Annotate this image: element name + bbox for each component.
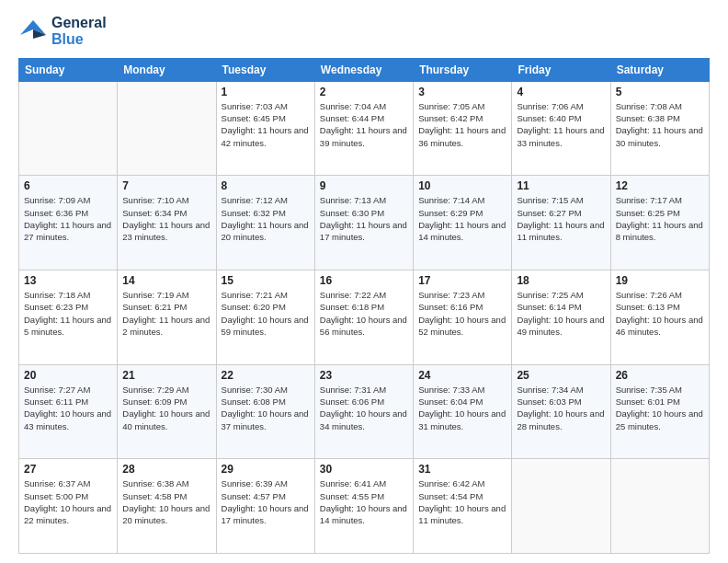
day-info: Sunrise: 7:12 AM Sunset: 6:32 PM Dayligh… [222,194,310,243]
calendar-cell: 31Sunrise: 6:42 AM Sunset: 4:54 PM Dayli… [414,459,512,554]
calendar-cell [118,81,216,176]
day-info: Sunrise: 7:22 AM Sunset: 6:18 PM Dayligh… [320,289,408,338]
day-number: 25 [517,369,605,382]
calendar-cell: 18Sunrise: 7:25 AM Sunset: 6:14 PM Dayli… [512,270,610,365]
calendar-week-row: 20Sunrise: 7:27 AM Sunset: 6:11 PM Dayli… [19,364,710,459]
calendar-cell: 16Sunrise: 7:22 AM Sunset: 6:18 PM Dayli… [314,270,413,365]
day-number: 20 [24,369,112,382]
day-info: Sunrise: 7:15 AM Sunset: 6:27 PM Dayligh… [517,194,605,243]
day-number: 29 [222,463,310,476]
day-number: 27 [24,463,112,476]
calendar-cell: 5Sunrise: 7:08 AM Sunset: 6:38 PM Daylig… [610,81,709,176]
calendar-header-friday: Friday [512,58,610,81]
day-info: Sunrise: 7:23 AM Sunset: 6:16 PM Dayligh… [418,289,506,338]
day-info: Sunrise: 6:38 AM Sunset: 4:58 PM Dayligh… [122,477,210,526]
calendar-cell: 28Sunrise: 6:38 AM Sunset: 4:58 PM Dayli… [118,459,216,554]
calendar-cell: 3Sunrise: 7:05 AM Sunset: 6:42 PM Daylig… [414,81,512,176]
day-info: Sunrise: 7:14 AM Sunset: 6:29 PM Dayligh… [418,194,506,243]
day-number: 26 [616,369,704,382]
day-info: Sunrise: 6:37 AM Sunset: 5:00 PM Dayligh… [24,477,112,526]
calendar-week-row: 13Sunrise: 7:18 AM Sunset: 6:23 PM Dayli… [19,270,710,365]
day-number: 12 [616,179,704,192]
day-number: 4 [517,86,605,98]
calendar-week-row: 27Sunrise: 6:37 AM Sunset: 5:00 PM Dayli… [19,459,710,554]
day-number: 16 [320,274,408,287]
calendar-cell: 25Sunrise: 7:34 AM Sunset: 6:03 PM Dayli… [512,364,610,459]
day-info: Sunrise: 7:06 AM Sunset: 6:40 PM Dayligh… [517,100,605,149]
calendar-header-saturday: Saturday [610,58,709,81]
day-info: Sunrise: 7:31 AM Sunset: 6:06 PM Dayligh… [320,384,408,432]
calendar-table: SundayMondayTuesdayWednesdayThursdayFrid… [18,58,710,554]
calendar-cell: 17Sunrise: 7:23 AM Sunset: 6:16 PM Dayli… [414,270,512,365]
day-info: Sunrise: 6:42 AM Sunset: 4:54 PM Dayligh… [418,477,506,526]
calendar-cell: 1Sunrise: 7:03 AM Sunset: 6:45 PM Daylig… [216,81,314,176]
day-info: Sunrise: 7:03 AM Sunset: 6:45 PM Dayligh… [222,100,310,149]
day-info: Sunrise: 7:26 AM Sunset: 6:13 PM Dayligh… [616,289,704,338]
day-number: 1 [222,86,310,98]
calendar-cell: 24Sunrise: 7:33 AM Sunset: 6:04 PM Dayli… [414,364,512,459]
day-info: Sunrise: 7:05 AM Sunset: 6:42 PM Dayligh… [418,100,506,149]
calendar-cell: 2Sunrise: 7:04 AM Sunset: 6:44 PM Daylig… [314,81,413,176]
calendar-cell [610,459,709,554]
calendar-cell: 11Sunrise: 7:15 AM Sunset: 6:27 PM Dayli… [512,176,610,270]
calendar-cell: 20Sunrise: 7:27 AM Sunset: 6:11 PM Dayli… [19,364,118,459]
calendar-cell [19,81,118,176]
calendar-header-row: SundayMondayTuesdayWednesdayThursdayFrid… [19,58,710,81]
calendar-cell: 22Sunrise: 7:30 AM Sunset: 6:08 PM Dayli… [216,364,314,459]
calendar-cell: 23Sunrise: 7:31 AM Sunset: 6:06 PM Dayli… [314,364,413,459]
day-number: 6 [24,179,112,192]
day-number: 15 [222,274,310,287]
calendar-cell: 8Sunrise: 7:12 AM Sunset: 6:32 PM Daylig… [216,176,314,270]
day-info: Sunrise: 7:35 AM Sunset: 6:01 PM Dayligh… [616,384,704,432]
day-info: Sunrise: 6:41 AM Sunset: 4:55 PM Dayligh… [320,477,408,526]
calendar-cell: 27Sunrise: 6:37 AM Sunset: 5:00 PM Dayli… [19,459,118,554]
day-info: Sunrise: 7:18 AM Sunset: 6:23 PM Dayligh… [24,289,112,338]
day-number: 30 [320,463,408,476]
calendar-cell: 30Sunrise: 6:41 AM Sunset: 4:55 PM Dayli… [314,459,413,554]
calendar-cell: 26Sunrise: 7:35 AM Sunset: 6:01 PM Dayli… [610,364,709,459]
day-number: 23 [320,369,408,382]
day-number: 13 [24,274,112,287]
calendar-cell: 13Sunrise: 7:18 AM Sunset: 6:23 PM Dayli… [19,270,118,365]
calendar-cell [512,459,610,554]
day-number: 22 [222,369,310,382]
calendar-cell: 21Sunrise: 7:29 AM Sunset: 6:09 PM Dayli… [118,364,216,459]
day-number: 31 [418,463,506,476]
calendar-cell: 29Sunrise: 6:39 AM Sunset: 4:57 PM Dayli… [216,459,314,554]
day-number: 10 [418,179,506,192]
day-info: Sunrise: 7:27 AM Sunset: 6:11 PM Dayligh… [24,384,112,432]
day-info: Sunrise: 7:09 AM Sunset: 6:36 PM Dayligh… [24,194,112,243]
day-number: 18 [517,274,605,287]
logo-text: General Blue [51,15,107,49]
day-number: 9 [320,179,408,192]
calendar-cell: 15Sunrise: 7:21 AM Sunset: 6:20 PM Dayli… [216,270,314,365]
day-number: 21 [122,369,210,382]
day-number: 11 [517,179,605,192]
calendar-cell: 10Sunrise: 7:14 AM Sunset: 6:29 PM Dayli… [414,176,512,270]
day-info: Sunrise: 7:04 AM Sunset: 6:44 PM Dayligh… [320,100,408,149]
logo-icon [18,17,48,46]
day-info: Sunrise: 7:13 AM Sunset: 6:30 PM Dayligh… [320,194,408,243]
day-number: 7 [122,179,210,192]
calendar-cell: 4Sunrise: 7:06 AM Sunset: 6:40 PM Daylig… [512,81,610,176]
calendar-cell: 6Sunrise: 7:09 AM Sunset: 6:36 PM Daylig… [19,176,118,270]
day-info: Sunrise: 7:19 AM Sunset: 6:21 PM Dayligh… [122,289,210,338]
calendar-header-thursday: Thursday [414,58,512,81]
day-info: Sunrise: 7:10 AM Sunset: 6:34 PM Dayligh… [122,194,210,243]
logo: General Blue [18,15,107,49]
page: General Blue SundayMondayTuesdayWednesda… [0,0,728,563]
day-number: 28 [122,463,210,476]
day-number: 3 [418,86,506,98]
calendar-cell: 19Sunrise: 7:26 AM Sunset: 6:13 PM Dayli… [610,270,709,365]
calendar-header-tuesday: Tuesday [216,58,314,81]
calendar-header-sunday: Sunday [19,58,118,81]
day-info: Sunrise: 7:29 AM Sunset: 6:09 PM Dayligh… [122,384,210,432]
day-info: Sunrise: 7:30 AM Sunset: 6:08 PM Dayligh… [222,384,310,432]
day-info: Sunrise: 7:17 AM Sunset: 6:25 PM Dayligh… [616,194,704,243]
calendar-header-monday: Monday [118,58,216,81]
calendar-week-row: 1Sunrise: 7:03 AM Sunset: 6:45 PM Daylig… [19,81,710,176]
day-number: 8 [222,179,310,192]
calendar-cell: 14Sunrise: 7:19 AM Sunset: 6:21 PM Dayli… [118,270,216,365]
day-number: 14 [122,274,210,287]
day-number: 17 [418,274,506,287]
